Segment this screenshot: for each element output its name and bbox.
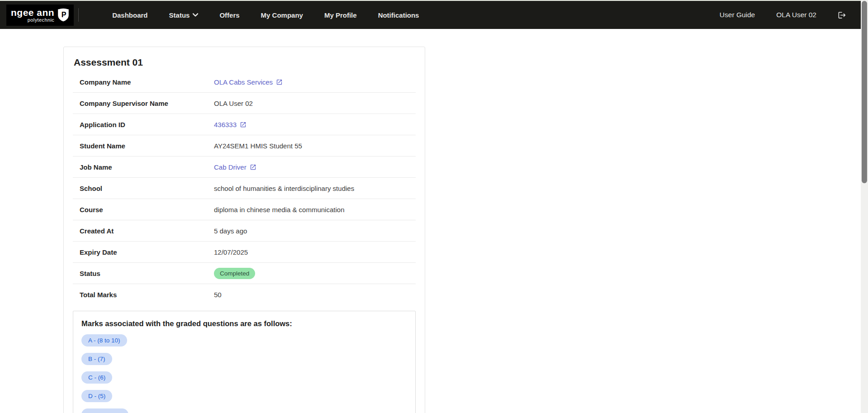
vertical-scrollbar-thumb[interactable] xyxy=(862,1,867,183)
table-row-application-id: Application ID436333 xyxy=(73,114,416,135)
row-value-link-ola-cabs-services[interactable]: OLA Cabs Services xyxy=(214,78,283,86)
row-label: Status xyxy=(80,270,214,277)
nav-item-offers[interactable]: Offers xyxy=(219,11,239,19)
table-row-status: StatusCompleted xyxy=(73,263,416,284)
nav-item-label: My Profile xyxy=(324,11,357,19)
nav-item-label: Offers xyxy=(219,11,239,19)
row-label: Total Marks xyxy=(80,291,214,299)
nav-item-label: Dashboard xyxy=(112,11,147,19)
row-value: 12/07/2025 xyxy=(214,248,248,256)
row-label: Company Name xyxy=(80,78,214,86)
nav-item-notifications[interactable]: Notifications xyxy=(378,11,419,19)
mark-pill-partial xyxy=(81,408,128,413)
nav-item-my-profile[interactable]: My Profile xyxy=(324,11,357,19)
nav-items: DashboardStatusOffersMy CompanyMy Profil… xyxy=(112,11,419,19)
row-value: AY24SEM1 HMIS Student 55 xyxy=(214,142,302,150)
row-label: Expiry Date xyxy=(80,248,214,256)
nav-item-label: Status xyxy=(169,11,190,19)
nav-item-ola-user-02[interactable]: OLA User 02 xyxy=(776,11,816,19)
table-row-job-name: Job NameCab Driver xyxy=(73,157,416,178)
link-text: Cab Driver xyxy=(214,163,247,171)
top-navbar: ngee ann polytechnic P DashboardStatusOf… xyxy=(0,1,868,29)
chevron-down-icon xyxy=(193,13,198,17)
nav-item-label: My Company xyxy=(261,11,303,19)
row-label: Created At xyxy=(80,227,214,235)
row-value-link-cab-driver[interactable]: Cab Driver xyxy=(214,163,256,171)
logo-text-line2: polytechnic xyxy=(28,18,54,23)
svg-text:P: P xyxy=(62,10,66,19)
row-value-link-436333[interactable]: 436333 xyxy=(214,121,247,128)
external-link-icon xyxy=(250,164,256,171)
row-value: 50 xyxy=(214,291,222,299)
table-row-company-name: Company NameOLA Cabs Services xyxy=(73,71,416,93)
page-content: Assessment 01 Company NameOLA Cabs Servi… xyxy=(0,29,868,413)
external-link-icon xyxy=(240,121,247,128)
logout-icon[interactable] xyxy=(838,11,846,19)
nav-item-dashboard[interactable]: Dashboard xyxy=(112,11,147,19)
table-row-student-name: Student NameAY24SEM1 HMIS Student 55 xyxy=(73,135,416,157)
row-value: diploma in chinese media & communication xyxy=(214,206,344,214)
nav-item-my-company[interactable]: My Company xyxy=(261,11,303,19)
table-row-total-marks: Total Marks50 xyxy=(73,284,416,305)
nav-item-label: Notifications xyxy=(378,11,419,19)
logo-text-line1: ngee ann xyxy=(11,8,54,17)
marks-pill-list: A - (8 to 10)B - (7)C - (6)D - (5) xyxy=(81,328,406,413)
table-row-created-at: Created At5 days ago xyxy=(73,220,416,242)
mark-pill-b-7: B - (7) xyxy=(81,353,112,365)
row-value: school of humanities & interdisciplinary… xyxy=(214,185,354,192)
row-label: Company Supervisor Name xyxy=(80,100,214,107)
row-label: Application ID xyxy=(80,121,214,128)
vertical-scrollbar-track[interactable] xyxy=(861,0,868,413)
link-text: OLA Cabs Services xyxy=(214,78,273,86)
table-row-expiry-date: Expiry Date12/07/2025 xyxy=(73,242,416,263)
external-link-icon xyxy=(276,79,283,85)
row-value: 5 days ago xyxy=(214,227,247,235)
status-badge: Completed xyxy=(214,268,255,279)
nav-right-group: User GuideOLA User 02 xyxy=(720,11,846,19)
row-label: Course xyxy=(80,206,214,214)
table-row-course: Coursediploma in chinese media & communi… xyxy=(73,199,416,220)
ngee-ann-logo[interactable]: ngee ann polytechnic P xyxy=(6,5,74,26)
row-label: Student Name xyxy=(80,142,214,150)
marks-legend-heading: Marks associated with the graded questio… xyxy=(81,319,406,328)
table-row-company-supervisor-name: Company Supervisor NameOLA User 02 xyxy=(73,93,416,114)
row-value: OLA User 02 xyxy=(214,100,253,107)
card-title: Assessment 01 xyxy=(74,57,416,68)
mark-pill-d-5: D - (5) xyxy=(81,390,112,402)
np-shield-icon: P xyxy=(57,8,69,22)
nav-item-status[interactable]: Status xyxy=(169,11,199,19)
assessment-card: Assessment 01 Company NameOLA Cabs Servi… xyxy=(63,47,425,413)
link-text: 436333 xyxy=(214,121,237,128)
assessment-detail-table: Company NameOLA Cabs ServicesCompany Sup… xyxy=(73,71,416,305)
mark-pill-c-6: C - (6) xyxy=(81,371,112,384)
nav-divider xyxy=(78,8,79,22)
marks-legend-box: Marks associated with the graded questio… xyxy=(73,311,416,413)
row-label: School xyxy=(80,185,214,192)
nav-item-user-guide[interactable]: User Guide xyxy=(720,11,755,19)
table-row-school: Schoolschool of humanities & interdiscip… xyxy=(73,178,416,199)
mark-pill-a-8-to-10: A - (8 to 10) xyxy=(81,334,127,347)
row-label: Job Name xyxy=(80,163,214,171)
